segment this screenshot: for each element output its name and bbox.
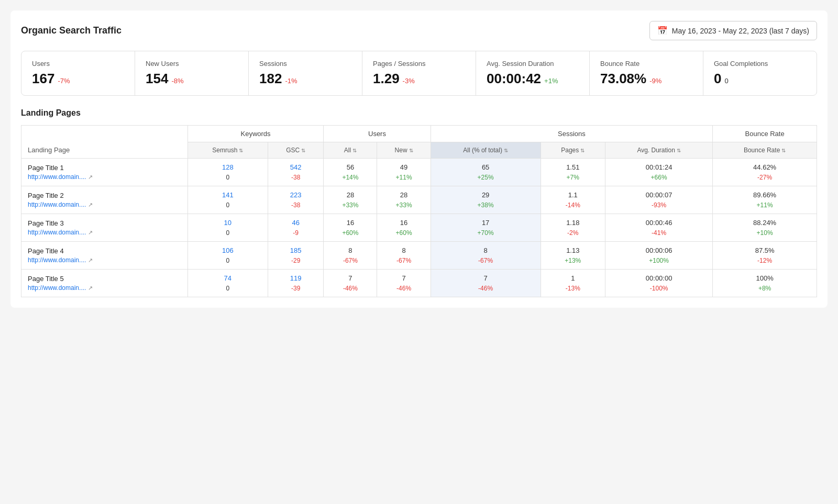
cell-main-2: 28 xyxy=(324,186,377,200)
cell-main-2: 16 xyxy=(324,214,377,228)
cell-main-6: 00:00:46 xyxy=(605,214,713,228)
card-value-row: 00 xyxy=(714,71,806,87)
cell-main-7: 44.62% xyxy=(713,159,817,173)
page-url-link[interactable]: http://www.domain.... ↗ xyxy=(28,173,181,181)
col-header-gsc[interactable]: GSC⇅ xyxy=(268,142,323,159)
col-group-users: Users xyxy=(324,126,431,142)
cell-main-2: 56 xyxy=(324,159,377,173)
cell-main-3: 7 xyxy=(377,270,431,284)
cell-main-5: 1.51 xyxy=(541,159,605,173)
cell-main-6: 00:01:24 xyxy=(605,159,713,173)
external-link-icon: ↗ xyxy=(88,257,93,264)
cell-change-0: 0 xyxy=(188,284,268,297)
cell-main-3: 28 xyxy=(377,186,431,200)
cell-main-3: 8 xyxy=(377,242,431,256)
col-header-all[interactable]: All⇅ xyxy=(324,142,377,159)
summary-card: Users167-7% xyxy=(21,51,135,95)
cell-main-7: 100% xyxy=(713,270,817,284)
cell-main-7: 89.66% xyxy=(713,186,817,200)
table-row: Page Title 2http://www.domain.... ↗14122… xyxy=(21,186,817,200)
card-value-row: 1.29-3% xyxy=(373,71,465,87)
sort-icon: ⇅ xyxy=(301,148,305,153)
col-header-pages[interactable]: Pages⇅ xyxy=(541,142,605,159)
page-url-link[interactable]: http://www.domain.... ↗ xyxy=(28,229,181,236)
card-label: Avg. Session Duration xyxy=(487,60,579,68)
cell-change-4: +25% xyxy=(431,173,541,186)
card-value: 1.29 xyxy=(373,71,400,87)
landing-pages-section: Landing Pages Landing PageKeywordsUsersS… xyxy=(21,108,817,297)
cell-main-5: 1.1 xyxy=(541,186,605,200)
summary-cards: Users167-7%New Users154-8%Sessions182-1%… xyxy=(21,51,817,96)
col-header-bounce-rate[interactable]: Bounce Rate⇅ xyxy=(713,142,817,159)
col-group-sessions: Sessions xyxy=(431,126,713,142)
cell-main-4: 65 xyxy=(431,159,541,173)
cell-change-2: +14% xyxy=(324,173,377,186)
cell-change-1: -39 xyxy=(268,284,323,297)
col-header-all----of-total-[interactable]: All (% of total)⇅ xyxy=(431,142,541,159)
sort-icon: ⇅ xyxy=(580,148,585,153)
summary-card: Pages / Sessions1.29-3% xyxy=(362,51,476,95)
cell-main-6: 00:00:06 xyxy=(605,242,713,256)
page-url-link[interactable]: http://www.domain.... ↗ xyxy=(28,284,181,292)
cell-main-3: 16 xyxy=(377,214,431,228)
landing-pages-table: Landing PageKeywordsUsersSessionsBounce … xyxy=(21,125,817,297)
cell-main-1: 46 xyxy=(268,214,323,228)
cell-main-1: 185 xyxy=(268,242,323,256)
date-range-label: May 16, 2023 - May 22, 2023 (last 7 days… xyxy=(672,27,809,35)
cell-main-7: 88.24% xyxy=(713,214,817,228)
page-url-link[interactable]: http://www.domain.... ↗ xyxy=(28,256,181,264)
col-header-new[interactable]: New⇅ xyxy=(377,142,431,159)
cell-change-5: -14% xyxy=(541,200,605,214)
col-header-semrush[interactable]: Semrush⇅ xyxy=(188,142,268,159)
card-change: -7% xyxy=(58,77,70,85)
summary-card: Avg. Session Duration00:00:42+1% xyxy=(476,51,590,95)
cell-change-6: +100% xyxy=(605,256,713,270)
date-range-button[interactable]: 📅 May 16, 2023 - May 22, 2023 (last 7 da… xyxy=(649,21,817,40)
col-header-avg--duration[interactable]: Avg. Duration⇅ xyxy=(605,142,713,159)
cell-change-1: -9 xyxy=(268,228,323,242)
cell-change-4: -67% xyxy=(431,256,541,270)
external-link-icon: ↗ xyxy=(88,174,93,181)
landing-page-cell: Page Title 3http://www.domain.... ↗ xyxy=(21,214,188,242)
table-row: Page Title 5http://www.domain.... ↗74119… xyxy=(21,270,817,284)
cell-change-0: 0 xyxy=(188,200,268,214)
cell-change-3: -67% xyxy=(377,256,431,270)
cell-main-4: 8 xyxy=(431,242,541,256)
cell-main-5: 1.18 xyxy=(541,214,605,228)
cell-main-2: 8 xyxy=(324,242,377,256)
page-title: Organic Search Traffic xyxy=(21,25,122,36)
calendar-icon: 📅 xyxy=(657,26,668,36)
card-value: 73.08% xyxy=(600,71,646,87)
cell-change-3: -46% xyxy=(377,284,431,297)
cell-change-1: -38 xyxy=(268,200,323,214)
card-value: 182 xyxy=(259,71,282,87)
cell-change-5: +7% xyxy=(541,173,605,186)
col-group-keywords: Keywords xyxy=(188,126,324,142)
landing-page-cell: Page Title 5http://www.domain.... ↗ xyxy=(21,270,188,297)
landing-page-cell: Page Title 2http://www.domain.... ↗ xyxy=(21,186,188,214)
cell-change-0: 0 xyxy=(188,173,268,186)
cell-change-7: -12% xyxy=(713,256,817,270)
page-url-link[interactable]: http://www.domain.... ↗ xyxy=(28,201,181,208)
cell-change-6: +66% xyxy=(605,173,713,186)
table-row: Page Title 4http://www.domain.... ↗10618… xyxy=(21,242,817,256)
cell-change-0: 0 xyxy=(188,256,268,270)
card-change: -3% xyxy=(403,77,415,85)
cell-change-4: +38% xyxy=(431,200,541,214)
card-value-row: 00:00:42+1% xyxy=(487,71,579,87)
card-label: Bounce Rate xyxy=(600,60,692,68)
cell-change-7: -27% xyxy=(713,173,817,186)
sort-icon: ⇅ xyxy=(504,148,508,153)
external-link-icon: ↗ xyxy=(88,201,93,208)
cell-main-4: 29 xyxy=(431,186,541,200)
card-label: Sessions xyxy=(259,60,351,68)
external-link-icon: ↗ xyxy=(88,285,93,292)
landing-page-cell: Page Title 1http://www.domain.... ↗ xyxy=(21,159,188,186)
cell-change-5: +13% xyxy=(541,256,605,270)
card-value-row: 154-8% xyxy=(146,71,238,87)
sort-icon: ⇅ xyxy=(352,148,357,153)
external-link-icon: ↗ xyxy=(88,229,93,236)
cell-change-3: +60% xyxy=(377,228,431,242)
card-value: 167 xyxy=(32,71,54,87)
cell-main-0: 106 xyxy=(188,242,268,256)
